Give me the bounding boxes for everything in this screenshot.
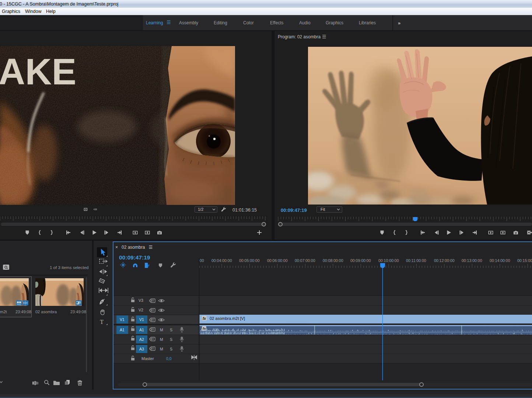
svg-text:V3: V3	[139, 298, 143, 303]
svg-text:00:15:00: 00:15:00	[517, 258, 532, 263]
svg-text:S: S	[170, 347, 172, 351]
svg-text:00:14:00:00: 00:14:00:00	[490, 258, 510, 263]
svg-text:0,0: 0,0	[166, 356, 172, 361]
svg-text:00:06:00:00: 00:06:00:00	[267, 258, 288, 263]
svg-text:00:11:00:00: 00:11:00:00	[406, 258, 426, 263]
svg-text:00:08:00:00: 00:08:00:00	[323, 258, 343, 263]
svg-text:M: M	[160, 337, 163, 342]
svg-text:A1: A1	[120, 328, 125, 332]
svg-text:S: S	[170, 337, 172, 342]
svg-text:AKE: AKE	[0, 51, 76, 92]
svg-text:M: M	[160, 328, 163, 332]
svg-text:V1: V1	[139, 317, 144, 322]
svg-text:00:09:00:00: 00:09:00:00	[350, 258, 371, 263]
svg-text:02 asombra.m2t [V]: 02 asombra.m2t [V]	[210, 316, 245, 321]
svg-text:V2: V2	[139, 308, 143, 312]
svg-text:fx: fx	[203, 317, 206, 321]
svg-text:S: S	[170, 328, 172, 332]
svg-text:A1: A1	[139, 328, 144, 332]
svg-text:00:13:00:00: 00:13:00:00	[462, 258, 482, 263]
svg-text:M: M	[160, 347, 163, 351]
svg-text:00: 00	[200, 258, 204, 263]
svg-text:00:05:00:00: 00:05:00:00	[239, 258, 260, 263]
svg-text:fx: fx	[203, 327, 206, 331]
svg-text:00:10:00:00: 00:10:00:00	[378, 258, 399, 263]
svg-text:T: T	[100, 318, 104, 325]
svg-text:00:04:00:00: 00:04:00:00	[211, 258, 232, 263]
svg-text:Master: Master	[141, 356, 154, 361]
svg-text:A2: A2	[139, 337, 144, 342]
svg-text:A3: A3	[139, 347, 144, 351]
svg-text:00:12:00:00: 00:12:00:00	[434, 258, 455, 263]
svg-text:V1: V1	[120, 317, 125, 322]
svg-text:00:07:00:00: 00:07:00:00	[295, 258, 315, 263]
